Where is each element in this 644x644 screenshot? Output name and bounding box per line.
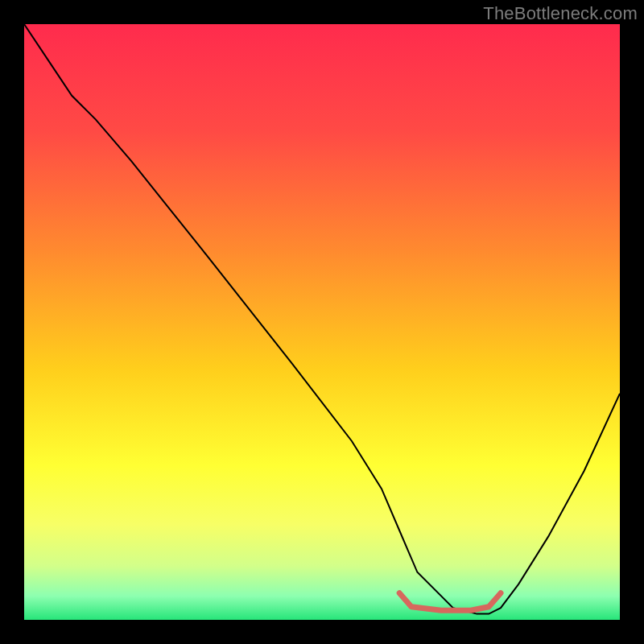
- chart-background: [24, 24, 620, 620]
- watermark-text: TheBottleneck.com: [483, 3, 638, 24]
- chart-svg: [24, 24, 620, 620]
- chart-frame: [24, 24, 620, 620]
